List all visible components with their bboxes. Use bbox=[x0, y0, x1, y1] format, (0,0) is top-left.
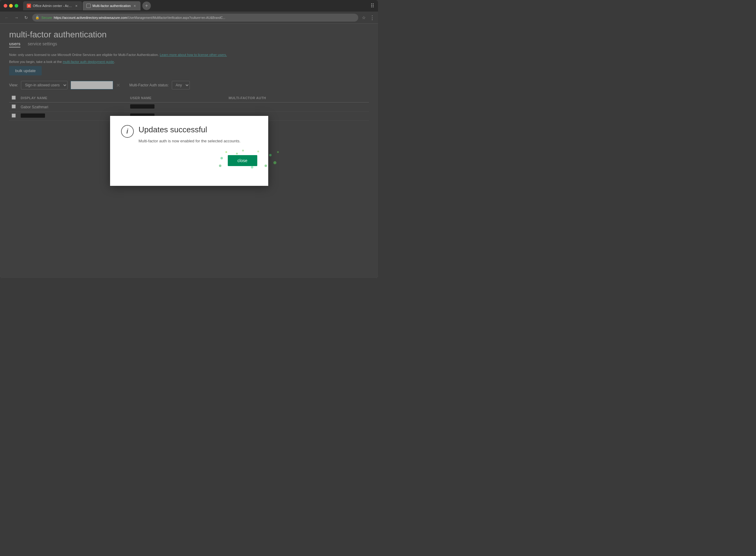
new-tab-button[interactable]: + bbox=[142, 2, 151, 10]
tab-mfa[interactable]: Multi-factor authentication ✕ bbox=[83, 1, 141, 10]
modal-footer: close bbox=[121, 155, 257, 166]
modal-dialog: i Updates successful Multi-factor auth i… bbox=[110, 116, 268, 186]
refresh-button[interactable]: ↻ bbox=[23, 14, 30, 21]
modal-overlay: i Updates successful Multi-factor auth i… bbox=[0, 24, 378, 278]
tab-office-label: Office Admin center - Active u bbox=[33, 4, 72, 8]
browser-tabs: O Office Admin center - Active u ✕ Multi… bbox=[23, 1, 368, 10]
title-bar: O Office Admin center - Active u ✕ Multi… bbox=[0, 0, 378, 11]
address-text: https://account.activedirectory.windowsa… bbox=[54, 16, 225, 20]
maximize-window-button[interactable] bbox=[14, 4, 18, 8]
tab-office-admin[interactable]: O Office Admin center - Active u ✕ bbox=[23, 1, 82, 10]
address-path: /UserManagement/MultifactorVerification.… bbox=[127, 16, 225, 20]
secure-icon: 🔒 bbox=[35, 15, 40, 20]
minimize-window-button[interactable] bbox=[9, 4, 13, 8]
modal-message: Multi-factor auth is now enabled for the… bbox=[139, 138, 257, 144]
address-input[interactable]: 🔒 Secure https://account.activedirectory… bbox=[32, 14, 358, 22]
svg-point-5 bbox=[242, 150, 244, 151]
close-button[interactable]: close bbox=[228, 155, 257, 166]
svg-point-0 bbox=[220, 157, 223, 160]
svg-point-4 bbox=[219, 165, 221, 167]
tab-office-close[interactable]: ✕ bbox=[74, 4, 78, 8]
address-domain: https://account.activedirectory.windowsa… bbox=[54, 16, 127, 20]
modal-content: i Updates successful Multi-factor auth i… bbox=[121, 125, 257, 144]
modal-body: Updates successful Multi-factor auth is … bbox=[139, 125, 257, 144]
close-button-wrap: close bbox=[228, 155, 257, 166]
svg-point-10 bbox=[257, 150, 259, 152]
svg-point-7 bbox=[274, 161, 277, 164]
back-button[interactable]: ← bbox=[3, 14, 10, 21]
page-content: multi-factor authentication users servic… bbox=[0, 24, 378, 278]
svg-point-9 bbox=[264, 165, 267, 167]
svg-point-3 bbox=[236, 153, 238, 154]
svg-point-1 bbox=[225, 151, 227, 153]
tab-mfa-label: Multi-factor authentication bbox=[93, 4, 131, 8]
browser-menu: ⠿ bbox=[370, 2, 374, 9]
traffic-lights bbox=[4, 4, 18, 8]
info-icon: i bbox=[121, 125, 134, 138]
tab-mfa-close[interactable]: ✕ bbox=[133, 4, 137, 8]
svg-point-11 bbox=[251, 166, 253, 169]
bookmark-icon[interactable]: ☆ bbox=[362, 15, 366, 20]
address-menu-icon[interactable]: ⋮ bbox=[369, 14, 375, 21]
close-window-button[interactable] bbox=[4, 4, 7, 8]
office-favicon: O bbox=[27, 4, 31, 8]
secure-label: Secure bbox=[41, 16, 52, 20]
svg-point-8 bbox=[277, 151, 279, 153]
svg-point-6 bbox=[269, 154, 272, 157]
browser-menu-icon[interactable]: ⠿ bbox=[370, 2, 374, 9]
modal-title: Updates successful bbox=[139, 125, 257, 134]
forward-button[interactable]: → bbox=[13, 14, 20, 21]
mfa-favicon bbox=[86, 4, 91, 8]
address-bar: ← → ↻ 🔒 Secure https://account.activedir… bbox=[0, 11, 378, 24]
browser-window: O Office Admin center - Active u ✕ Multi… bbox=[0, 0, 378, 278]
